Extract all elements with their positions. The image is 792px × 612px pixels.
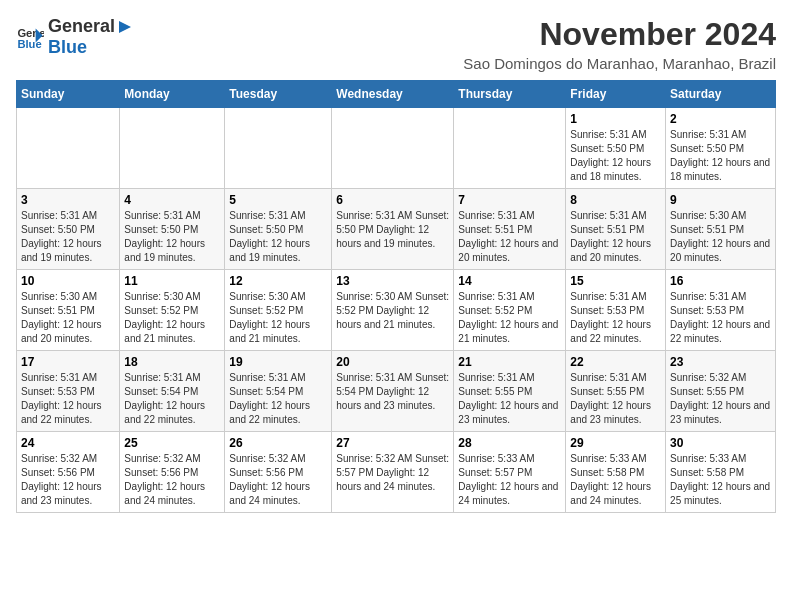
calendar-cell: 24Sunrise: 5:32 AM Sunset: 5:56 PM Dayli… (17, 432, 120, 513)
calendar-cell: 28Sunrise: 5:33 AM Sunset: 5:57 PM Dayli… (454, 432, 566, 513)
day-number: 13 (336, 274, 449, 288)
day-info: Sunrise: 5:31 AM Sunset: 5:51 PM Dayligh… (458, 209, 561, 265)
calendar-cell: 18Sunrise: 5:31 AM Sunset: 5:54 PM Dayli… (120, 351, 225, 432)
day-info: Sunrise: 5:30 AM Sunset: 5:51 PM Dayligh… (21, 290, 115, 346)
calendar-cell: 25Sunrise: 5:32 AM Sunset: 5:56 PM Dayli… (120, 432, 225, 513)
day-number: 30 (670, 436, 771, 450)
day-info: Sunrise: 5:30 AM Sunset: 5:52 PM Dayligh… (229, 290, 327, 346)
calendar-cell (225, 108, 332, 189)
calendar-week-2: 3Sunrise: 5:31 AM Sunset: 5:50 PM Daylig… (17, 189, 776, 270)
title-section: November 2024 Sao Domingos do Maranhao, … (463, 16, 776, 72)
day-info: Sunrise: 5:31 AM Sunset: 5:55 PM Dayligh… (458, 371, 561, 427)
calendar-cell: 17Sunrise: 5:31 AM Sunset: 5:53 PM Dayli… (17, 351, 120, 432)
day-info: Sunrise: 5:31 AM Sunset: 5:53 PM Dayligh… (570, 290, 661, 346)
day-info: Sunrise: 5:33 AM Sunset: 5:58 PM Dayligh… (570, 452, 661, 508)
day-number: 9 (670, 193, 771, 207)
day-info: Sunrise: 5:31 AM Sunset: 5:50 PM Dayligh… (21, 209, 115, 265)
calendar-header-sunday: Sunday (17, 81, 120, 108)
calendar-cell: 16Sunrise: 5:31 AM Sunset: 5:53 PM Dayli… (666, 270, 776, 351)
calendar-cell: 2Sunrise: 5:31 AM Sunset: 5:50 PM Daylig… (666, 108, 776, 189)
calendar-cell (454, 108, 566, 189)
day-info: Sunrise: 5:30 AM Sunset: 5:51 PM Dayligh… (670, 209, 771, 265)
calendar-cell: 20Sunrise: 5:31 AM Sunset: 5:54 PM Dayli… (332, 351, 454, 432)
calendar-cell: 29Sunrise: 5:33 AM Sunset: 5:58 PM Dayli… (566, 432, 666, 513)
calendar-cell: 4Sunrise: 5:31 AM Sunset: 5:50 PM Daylig… (120, 189, 225, 270)
day-number: 8 (570, 193, 661, 207)
day-info: Sunrise: 5:32 AM Sunset: 5:56 PM Dayligh… (21, 452, 115, 508)
day-info: Sunrise: 5:31 AM Sunset: 5:53 PM Dayligh… (670, 290, 771, 346)
day-number: 22 (570, 355, 661, 369)
day-info: Sunrise: 5:32 AM Sunset: 5:56 PM Dayligh… (124, 452, 220, 508)
subtitle: Sao Domingos do Maranhao, Maranhao, Braz… (463, 55, 776, 72)
calendar-cell: 15Sunrise: 5:31 AM Sunset: 5:53 PM Dayli… (566, 270, 666, 351)
day-number: 4 (124, 193, 220, 207)
day-info: Sunrise: 5:31 AM Sunset: 5:50 PM Dayligh… (229, 209, 327, 265)
svg-marker-3 (119, 21, 131, 33)
day-number: 21 (458, 355, 561, 369)
day-number: 12 (229, 274, 327, 288)
day-info: Sunrise: 5:31 AM Sunset: 5:52 PM Dayligh… (458, 290, 561, 346)
day-number: 19 (229, 355, 327, 369)
day-number: 28 (458, 436, 561, 450)
calendar-cell: 21Sunrise: 5:31 AM Sunset: 5:55 PM Dayli… (454, 351, 566, 432)
calendar-header-friday: Friday (566, 81, 666, 108)
day-info: Sunrise: 5:31 AM Sunset: 5:50 PM Dayligh… (570, 128, 661, 184)
calendar-header-monday: Monday (120, 81, 225, 108)
day-number: 29 (570, 436, 661, 450)
day-number: 24 (21, 436, 115, 450)
calendar-header-saturday: Saturday (666, 81, 776, 108)
calendar-table: SundayMondayTuesdayWednesdayThursdayFrid… (16, 80, 776, 513)
calendar-body: 1Sunrise: 5:31 AM Sunset: 5:50 PM Daylig… (17, 108, 776, 513)
day-info: Sunrise: 5:31 AM Sunset: 5:54 PM Dayligh… (229, 371, 327, 427)
calendar-cell: 9Sunrise: 5:30 AM Sunset: 5:51 PM Daylig… (666, 189, 776, 270)
logo-arrow-icon (115, 17, 135, 37)
calendar-cell: 30Sunrise: 5:33 AM Sunset: 5:58 PM Dayli… (666, 432, 776, 513)
calendar-cell: 23Sunrise: 5:32 AM Sunset: 5:55 PM Dayli… (666, 351, 776, 432)
day-info: Sunrise: 5:32 AM Sunset: 5:57 PM Dayligh… (336, 452, 449, 494)
day-info: Sunrise: 5:32 AM Sunset: 5:56 PM Dayligh… (229, 452, 327, 508)
day-number: 5 (229, 193, 327, 207)
calendar-header-thursday: Thursday (454, 81, 566, 108)
day-number: 18 (124, 355, 220, 369)
day-number: 3 (21, 193, 115, 207)
calendar-cell (332, 108, 454, 189)
logo: General Blue General Blue (16, 16, 135, 58)
day-info: Sunrise: 5:31 AM Sunset: 5:54 PM Dayligh… (336, 371, 449, 413)
calendar-cell: 22Sunrise: 5:31 AM Sunset: 5:55 PM Dayli… (566, 351, 666, 432)
calendar-week-1: 1Sunrise: 5:31 AM Sunset: 5:50 PM Daylig… (17, 108, 776, 189)
day-number: 1 (570, 112, 661, 126)
day-number: 14 (458, 274, 561, 288)
calendar-cell: 8Sunrise: 5:31 AM Sunset: 5:51 PM Daylig… (566, 189, 666, 270)
day-info: Sunrise: 5:31 AM Sunset: 5:50 PM Dayligh… (670, 128, 771, 184)
day-info: Sunrise: 5:31 AM Sunset: 5:55 PM Dayligh… (570, 371, 661, 427)
calendar-cell: 14Sunrise: 5:31 AM Sunset: 5:52 PM Dayli… (454, 270, 566, 351)
day-number: 2 (670, 112, 771, 126)
calendar-cell: 12Sunrise: 5:30 AM Sunset: 5:52 PM Dayli… (225, 270, 332, 351)
day-info: Sunrise: 5:31 AM Sunset: 5:53 PM Dayligh… (21, 371, 115, 427)
header: General Blue General Blue November 2024 … (16, 16, 776, 72)
day-info: Sunrise: 5:30 AM Sunset: 5:52 PM Dayligh… (336, 290, 449, 332)
svg-text:Blue: Blue (17, 38, 41, 50)
day-number: 6 (336, 193, 449, 207)
calendar-week-5: 24Sunrise: 5:32 AM Sunset: 5:56 PM Dayli… (17, 432, 776, 513)
day-number: 7 (458, 193, 561, 207)
day-info: Sunrise: 5:31 AM Sunset: 5:51 PM Dayligh… (570, 209, 661, 265)
day-number: 15 (570, 274, 661, 288)
logo-blue: Blue (48, 37, 87, 57)
calendar-cell (120, 108, 225, 189)
day-number: 10 (21, 274, 115, 288)
day-number: 25 (124, 436, 220, 450)
calendar-cell: 5Sunrise: 5:31 AM Sunset: 5:50 PM Daylig… (225, 189, 332, 270)
calendar-cell: 19Sunrise: 5:31 AM Sunset: 5:54 PM Dayli… (225, 351, 332, 432)
calendar-cell: 7Sunrise: 5:31 AM Sunset: 5:51 PM Daylig… (454, 189, 566, 270)
day-info: Sunrise: 5:33 AM Sunset: 5:57 PM Dayligh… (458, 452, 561, 508)
calendar-cell: 26Sunrise: 5:32 AM Sunset: 5:56 PM Dayli… (225, 432, 332, 513)
calendar-cell: 13Sunrise: 5:30 AM Sunset: 5:52 PM Dayli… (332, 270, 454, 351)
day-info: Sunrise: 5:30 AM Sunset: 5:52 PM Dayligh… (124, 290, 220, 346)
calendar-cell: 27Sunrise: 5:32 AM Sunset: 5:57 PM Dayli… (332, 432, 454, 513)
calendar-header-row: SundayMondayTuesdayWednesdayThursdayFrid… (17, 81, 776, 108)
calendar-week-4: 17Sunrise: 5:31 AM Sunset: 5:53 PM Dayli… (17, 351, 776, 432)
main-title: November 2024 (463, 16, 776, 53)
day-number: 11 (124, 274, 220, 288)
calendar-cell: 1Sunrise: 5:31 AM Sunset: 5:50 PM Daylig… (566, 108, 666, 189)
